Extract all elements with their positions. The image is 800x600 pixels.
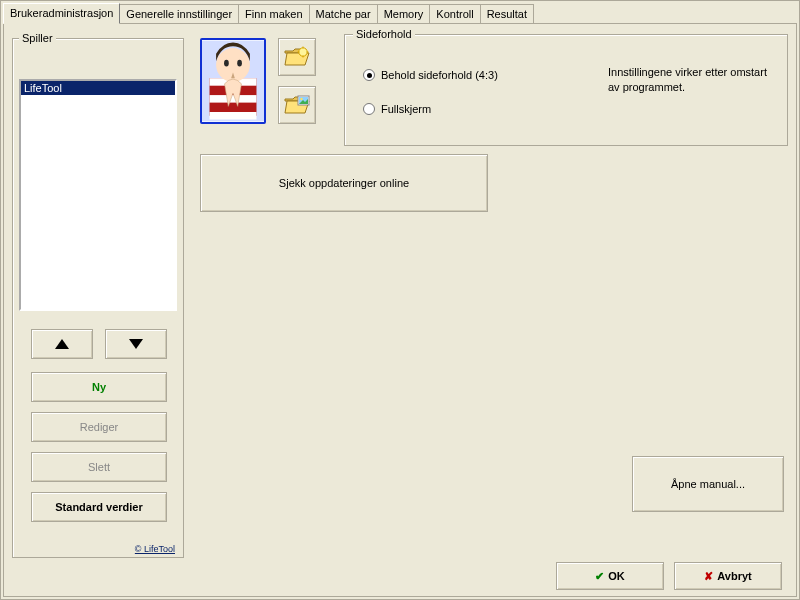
- avatar-icon: [202, 40, 264, 122]
- tab-kontroll[interactable]: Kontroll: [429, 4, 480, 23]
- radio-keep-aspect[interactable]: Behold sideforhold (4:3): [363, 69, 498, 81]
- ok-label: OK: [608, 570, 625, 582]
- cancel-label: Avbryt: [717, 570, 751, 582]
- cancel-button[interactable]: ✘ Avbryt: [674, 562, 782, 590]
- edit-player-button[interactable]: Rediger: [31, 412, 167, 442]
- move-down-button[interactable]: [105, 329, 167, 359]
- svg-rect-3: [210, 95, 257, 103]
- svg-point-7: [237, 60, 242, 67]
- tab-page: Spiller LifeTool Ny Rediger Slett Standa…: [3, 23, 797, 597]
- player-panel: Spiller LifeTool Ny Rediger Slett Standa…: [12, 38, 184, 558]
- svg-point-8: [299, 48, 307, 56]
- svg-rect-4: [210, 112, 257, 120]
- settings-window: Brukeradministrasjon Generelle innstilli…: [0, 0, 800, 600]
- move-up-button[interactable]: [31, 329, 93, 359]
- copyright-link[interactable]: © LifeTool: [135, 544, 175, 554]
- x-icon: ✘: [704, 570, 713, 583]
- arrow-up-icon: [55, 339, 69, 349]
- tab-memory[interactable]: Memory: [377, 4, 431, 23]
- new-player-button[interactable]: Ny: [31, 372, 167, 402]
- tab-brukeradmin[interactable]: Brukeradministrasjon: [3, 3, 120, 24]
- tab-generelle[interactable]: Generelle innstillinger: [119, 4, 239, 23]
- radio-icon: [363, 103, 375, 115]
- aspect-legend: Sideforhold: [353, 28, 415, 40]
- tab-finn-maken[interactable]: Finn maken: [238, 4, 309, 23]
- svg-point-6: [224, 60, 229, 67]
- default-values-button[interactable]: Standard verdier: [31, 492, 167, 522]
- player-list-item-selected[interactable]: LifeTool: [21, 81, 175, 95]
- aspect-ratio-group: Sideforhold Behold sideforhold (4:3) Ful…: [344, 34, 788, 146]
- tab-resultat[interactable]: Resultat: [480, 4, 534, 23]
- check-updates-button[interactable]: Sjekk oppdateringer online: [200, 154, 488, 212]
- aspect-info-text: Innstillingene virker etter omstart av p…: [608, 65, 773, 95]
- tab-strip: Brukeradministrasjon Generelle innstilli…: [1, 1, 799, 23]
- arrow-down-icon: [129, 339, 143, 349]
- open-images-folder-button[interactable]: [278, 86, 316, 124]
- ok-button[interactable]: ✔ OK: [556, 562, 664, 590]
- delete-player-button[interactable]: Slett: [31, 452, 167, 482]
- player-listbox[interactable]: LifeTool: [19, 79, 177, 311]
- open-manual-button[interactable]: Åpne manual...: [632, 456, 784, 512]
- folder-open-icon: [283, 45, 311, 69]
- radio-fullscreen-label: Fullskjerm: [381, 103, 431, 115]
- tab-matche-par[interactable]: Matche par: [309, 4, 378, 23]
- radio-keep-label: Behold sideforhold (4:3): [381, 69, 498, 81]
- check-icon: ✔: [595, 570, 604, 583]
- open-player-folder-button[interactable]: [278, 38, 316, 76]
- svg-point-15: [300, 98, 302, 100]
- folder-picture-icon: [283, 93, 311, 117]
- player-avatar[interactable]: [200, 38, 266, 124]
- radio-icon: [363, 69, 375, 81]
- radio-fullscreen[interactable]: Fullskjerm: [363, 103, 431, 115]
- player-panel-caption: Spiller: [19, 32, 56, 44]
